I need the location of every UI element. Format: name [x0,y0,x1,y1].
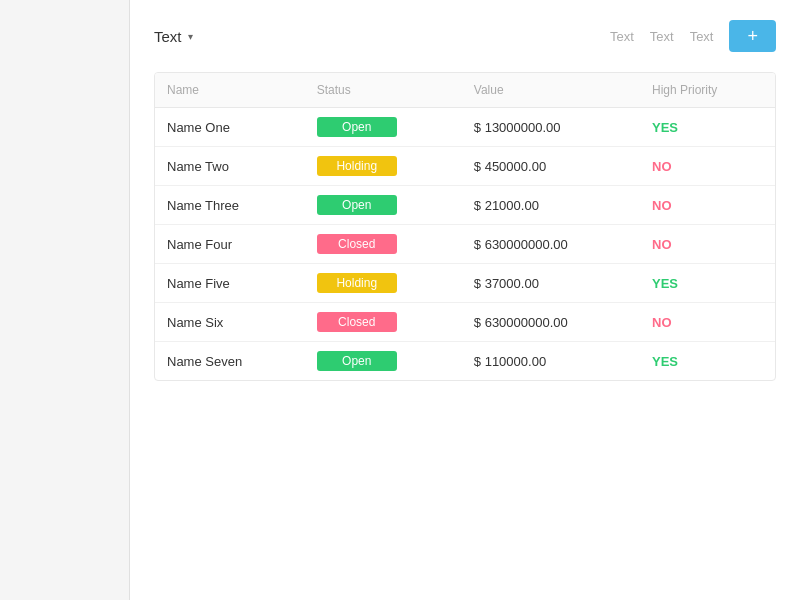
table-row[interactable]: Name FourClosed$ 630000000.00NO [155,225,775,264]
nav-item-3[interactable]: Text [690,29,714,44]
cell-priority: NO [640,186,775,225]
status-badge: Open [317,195,397,215]
col-status: Status [305,73,462,108]
cell-priority: YES [640,264,775,303]
cell-status: Open [305,108,462,147]
nav-item-1[interactable]: Text [610,29,634,44]
data-table-container: Name Status Value High Priority Name One… [154,72,776,381]
table-row[interactable]: Name TwoHolding$ 450000.00NO [155,147,775,186]
status-badge: Open [317,351,397,371]
header-left: Text ▾ [154,28,193,45]
cell-status: Open [305,342,462,381]
priority-value: YES [652,276,678,291]
cell-status: Closed [305,303,462,342]
cell-value: $ 21000.00 [462,186,640,225]
status-badge: Open [317,117,397,137]
priority-value: YES [652,354,678,369]
cell-value: $ 13000000.00 [462,108,640,147]
data-table: Name Status Value High Priority Name One… [155,73,775,380]
status-badge: Closed [317,312,397,332]
page-title[interactable]: Text [154,28,182,45]
cell-status: Holding [305,147,462,186]
status-badge: Closed [317,234,397,254]
cell-name: Name Six [155,303,305,342]
chevron-down-icon: ▾ [188,31,193,42]
page-header: Text ▾ Text Text Text + [154,20,776,52]
app-layout: Text ▾ Text Text Text + Name Status Valu… [0,0,800,600]
cell-name: Name Seven [155,342,305,381]
status-badge: Holding [317,156,397,176]
table-row[interactable]: Name ThreeOpen$ 21000.00NO [155,186,775,225]
priority-value: NO [652,315,672,330]
col-value: Value [462,73,640,108]
cell-value: $ 110000.00 [462,342,640,381]
cell-name: Name One [155,108,305,147]
cell-name: Name Four [155,225,305,264]
table-row[interactable]: Name SevenOpen$ 110000.00YES [155,342,775,381]
cell-value: $ 630000000.00 [462,303,640,342]
cell-name: Name Three [155,186,305,225]
table-row[interactable]: Name SixClosed$ 630000000.00NO [155,303,775,342]
priority-value: YES [652,120,678,135]
cell-priority: NO [640,147,775,186]
sidebar [0,0,130,600]
table-body: Name OneOpen$ 13000000.00YESName TwoHold… [155,108,775,381]
cell-priority: YES [640,342,775,381]
cell-value: $ 630000000.00 [462,225,640,264]
cell-value: $ 37000.00 [462,264,640,303]
cell-priority: NO [640,303,775,342]
header-right: Text Text Text + [610,20,776,52]
table-row[interactable]: Name FiveHolding$ 37000.00YES [155,264,775,303]
nav-item-2[interactable]: Text [650,29,674,44]
status-badge: Holding [317,273,397,293]
cell-status: Closed [305,225,462,264]
cell-priority: YES [640,108,775,147]
cell-name: Name Five [155,264,305,303]
cell-status: Open [305,186,462,225]
col-name: Name [155,73,305,108]
table-header-row: Name Status Value High Priority [155,73,775,108]
cell-name: Name Two [155,147,305,186]
cell-status: Holding [305,264,462,303]
cell-priority: NO [640,225,775,264]
main-content: Text ▾ Text Text Text + Name Status Valu… [130,0,800,600]
col-priority: High Priority [640,73,775,108]
table-row[interactable]: Name OneOpen$ 13000000.00YES [155,108,775,147]
priority-value: NO [652,198,672,213]
cell-value: $ 450000.00 [462,147,640,186]
table-header: Name Status Value High Priority [155,73,775,108]
priority-value: NO [652,237,672,252]
priority-value: NO [652,159,672,174]
add-button[interactable]: + [729,20,776,52]
